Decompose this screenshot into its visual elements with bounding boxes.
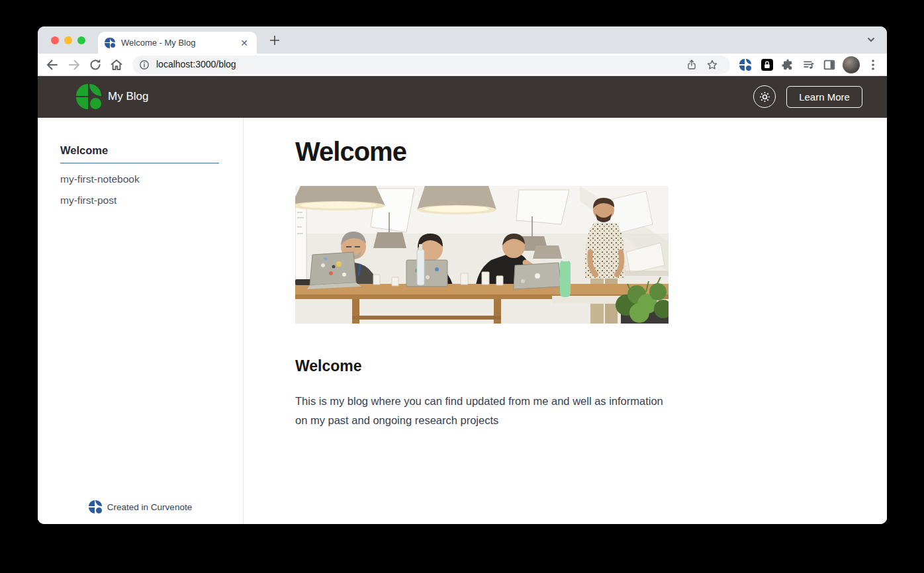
curvenote-favicon-icon: [105, 38, 115, 48]
curvenote-logo-icon[interactable]: [76, 84, 101, 109]
window-minimize-button[interactable]: [64, 36, 72, 44]
side-panel-icon[interactable]: [822, 58, 837, 72]
bookmark-star-icon[interactable]: [706, 58, 719, 71]
curvenote-footer-logo-icon: [89, 500, 102, 513]
extensions-puzzle-icon[interactable]: [780, 58, 795, 72]
window-close-button[interactable]: [51, 36, 59, 44]
url-text[interactable]: localhost:3000/blog: [156, 56, 236, 73]
tab-title: Welcome - My Blog: [121, 38, 238, 48]
site-header: My Blog Learn More: [38, 76, 887, 118]
page-title: Welcome: [295, 138, 406, 165]
footer-text: Created in Curvenote: [107, 502, 192, 512]
curvenote-footer-link[interactable]: Created in Curvenote: [38, 500, 243, 513]
forward-icon[interactable]: [66, 57, 82, 73]
main-content: Welcome: [244, 118, 887, 524]
blog-page: My Blog Learn More Welcome my-first-note…: [38, 76, 887, 524]
site-title[interactable]: My Blog: [108, 90, 148, 103]
window-maximize-button[interactable]: [77, 36, 85, 44]
tab-strip: Welcome - My Blog ✕: [38, 26, 887, 54]
browser-window: Welcome - My Blog ✕ localhost:3000/blog: [38, 26, 887, 524]
sidebar-item-welcome[interactable]: Welcome: [60, 144, 219, 163]
kebab-menu-icon[interactable]: [868, 58, 878, 72]
new-tab-button[interactable]: [267, 32, 283, 48]
tab-search-chevron-icon[interactable]: [864, 33, 878, 46]
browser-toolbar: localhost:3000/blog: [38, 54, 887, 76]
back-icon[interactable]: [44, 57, 60, 73]
tab-close-icon[interactable]: ✕: [238, 38, 250, 48]
curvenote-extension-icon[interactable]: [739, 59, 751, 71]
reload-icon[interactable]: [87, 57, 103, 73]
share-icon[interactable]: [686, 59, 698, 71]
intro-paragraph: This is my blog where you can find updat…: [295, 392, 666, 429]
sidebar-item-my-first-notebook[interactable]: my-first-notebook: [60, 173, 140, 185]
sidebar-nav: Welcome my-first-notebook my-first-post …: [38, 118, 244, 524]
media-controls-icon[interactable]: [802, 58, 816, 72]
theme-toggle-button[interactable]: [753, 85, 776, 108]
sun-icon: [759, 91, 771, 103]
browser-tab[interactable]: Welcome - My Blog ✕: [98, 32, 257, 54]
site-info-icon[interactable]: [138, 59, 150, 71]
profile-avatar[interactable]: [843, 56, 860, 73]
lock-extension-icon[interactable]: [761, 59, 773, 71]
section-heading: Welcome: [295, 357, 362, 375]
hero-photo: [295, 186, 669, 324]
learn-more-button[interactable]: Learn More: [786, 86, 862, 108]
address-bar[interactable]: localhost:3000/blog: [132, 56, 730, 74]
sidebar-item-my-first-post[interactable]: my-first-post: [60, 195, 116, 206]
home-icon[interactable]: [109, 57, 124, 73]
